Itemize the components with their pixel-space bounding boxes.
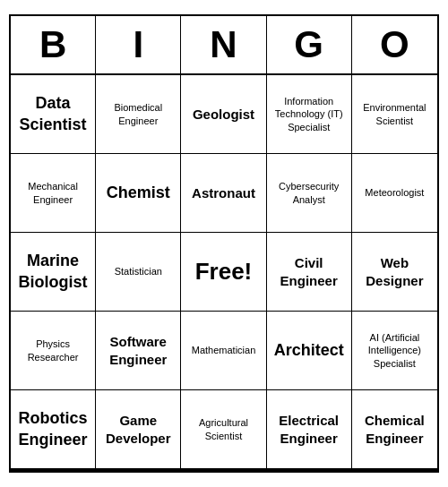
bingo-letter-g: G [267, 16, 352, 73]
bingo-cell-b5: Robotics Engineer [11, 390, 96, 469]
bingo-cell-g3: Civil Engineer [267, 233, 352, 312]
bingo-cell-i3: Statistician [96, 233, 181, 312]
bingo-cell-b4: Physics Researcher [11, 312, 96, 390]
bingo-cell-o3: Web Designer [352, 233, 437, 312]
bingo-letter-b: B [11, 16, 96, 73]
bingo-cell-g5: Electrical Engineer [267, 390, 352, 469]
bingo-cell-o1: Environmental Scientist [352, 75, 437, 154]
bingo-cell-i2: Chemist [96, 154, 181, 233]
bingo-cell-g4: Architect [267, 312, 352, 390]
bingo-cell-n5: Agricultural Scientist [181, 390, 266, 469]
bingo-letter-o: O [352, 16, 437, 73]
bingo-cell-n3: Free! [181, 233, 266, 312]
bingo-cell-b2: Mechanical Engineer [11, 154, 96, 233]
bingo-cell-i4: Software Engineer [96, 312, 181, 390]
bingo-cell-o4: AI (Artificial Intelligence) Specialist [352, 312, 437, 390]
bingo-letter-i: I [96, 16, 181, 73]
bingo-cell-g1: Information Technology (IT) Specialist [267, 75, 352, 154]
bingo-cell-b3: Marine Biologist [11, 233, 96, 312]
bingo-cell-n4: Mathematician [181, 312, 266, 390]
bingo-cell-g2: Cybersecurity Analyst [267, 154, 352, 233]
bingo-card: BINGO Data ScientistBiomedical EngineerG… [9, 14, 439, 473]
bingo-cell-n1: Geologist [181, 75, 266, 154]
bingo-cell-n2: Astronaut [181, 154, 266, 233]
bingo-cell-i5: Game Developer [96, 390, 181, 469]
bingo-header: BINGO [11, 16, 437, 75]
bingo-cell-o2: Meteorologist [352, 154, 437, 233]
bingo-letter-n: N [181, 16, 266, 73]
bingo-grid: Data ScientistBiomedical EngineerGeologi… [11, 75, 437, 471]
bingo-cell-o5: Chemical Engineer [352, 390, 437, 469]
bingo-cell-b1: Data Scientist [11, 75, 96, 154]
bingo-cell-i1: Biomedical Engineer [96, 75, 181, 154]
